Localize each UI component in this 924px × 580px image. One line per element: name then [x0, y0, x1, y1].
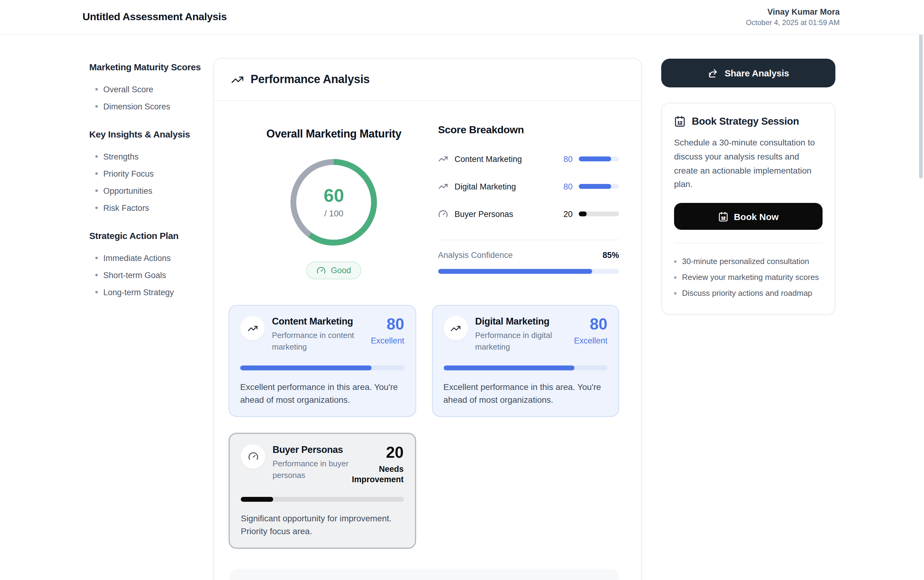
sidebar-item-label: Opportunities [103, 186, 153, 195]
card-description: Excellent performance in this area. You'… [443, 381, 608, 406]
bullet-dot-icon [96, 274, 98, 276]
score-rating-badge: Good [306, 262, 361, 279]
divider [438, 240, 619, 240]
score-rating-label: Good [331, 266, 351, 275]
bullet-dot-icon [674, 276, 677, 279]
breakdown-row-buyer-personas: Buyer Personas 20 [438, 209, 619, 219]
bullet-dot-icon [96, 88, 98, 91]
book-now-button[interactable]: 12 Book Now [674, 203, 823, 230]
breakdown-row-digital-marketing: Digital Marketing 80 [438, 181, 619, 191]
book-strategy-description: Schedule a 30-minute consultation to dis… [674, 136, 823, 191]
confidence-label: Analysis Confidence [438, 250, 513, 260]
breakdown-label: Content Marketing [455, 154, 563, 163]
card-description: Significant opportunity for improvement.… [241, 512, 404, 538]
toc-section-insights: Key Insights & Analysis Strengths Priori… [89, 129, 211, 216]
bullet-dot-icon [674, 292, 677, 295]
sidebar-item-strengths[interactable]: Strengths [89, 148, 211, 165]
overall-score-gauge: 60 / 100 [288, 157, 380, 248]
card-title: Digital Marketing [475, 316, 568, 327]
book-strategy-title: Book Strategy Session [692, 115, 799, 127]
svg-text:12: 12 [677, 120, 682, 125]
breakdown-row-content-marketing: Content Marketing 80 [438, 154, 619, 164]
dimension-card-content-marketing[interactable]: Content Marketing Performance in content… [229, 305, 416, 417]
toc-section-title: Marketing Maturity Scores [89, 61, 211, 73]
breakdown-label: Buyer Personas [455, 209, 563, 219]
overall-score-value: 60 [324, 186, 344, 205]
card-progress-bar [240, 365, 404, 370]
breakdown-label: Digital Marketing [455, 182, 563, 191]
sidebar-item-label: Immediate Actions [103, 253, 171, 262]
breakdown-progress-bar [579, 211, 619, 216]
action-sidebar: Share Analysis 12 Book Strategy Session … [661, 59, 835, 315]
bullet-dot-icon [96, 291, 98, 293]
overall-score-denominator: / 100 [324, 208, 343, 218]
bullet-dot-icon [674, 260, 677, 263]
sidebar-item-priority-focus[interactable]: Priority Focus [89, 165, 211, 182]
sidebar-item-opportunities[interactable]: Opportunities [89, 182, 211, 199]
toc-section-title: Key Insights & Analysis [89, 129, 211, 140]
sidebar-item-dimension-scores[interactable]: Dimension Scores [89, 98, 211, 115]
breakdown-progress-bar [579, 184, 619, 189]
panel-header: Performance Analysis [214, 59, 641, 101]
card-title: Content Marketing [272, 316, 365, 327]
dimension-cards-grid: Content Marketing Performance in content… [229, 305, 619, 549]
share-analysis-button[interactable]: Share Analysis [661, 59, 835, 87]
trending-up-icon [450, 323, 461, 333]
book-strategy-card: 12 Book Strategy Session Schedule a 30-m… [661, 103, 835, 315]
page: Untitled Assessment Analysis Vinay Kumar… [0, 0, 924, 580]
bullet-dot-icon [96, 207, 98, 209]
toc-section-scores: Marketing Maturity Scores Overall Score … [89, 61, 211, 115]
sidebar-item-label: Risk Factors [103, 203, 149, 213]
sidebar-item-label: Short-term Goals [103, 270, 166, 280]
gauge-icon [438, 209, 448, 219]
sidebar-item-label: Dimension Scores [103, 102, 170, 111]
breakdown-value: 80 [563, 154, 573, 163]
report-timestamp: October 4, 2025 at 01:59 AM [746, 18, 840, 27]
card-progress-bar [443, 365, 608, 370]
book-now-label: Book Now [734, 211, 779, 222]
app-header: Untitled Assessment Analysis Vinay Kumar… [0, 0, 924, 35]
overall-maturity-block: Overall Marketing Maturity 60 / 100 [230, 101, 438, 279]
card-icon-circle [240, 316, 265, 340]
bullet-dot-icon [96, 172, 98, 175]
trending-up-icon [247, 323, 258, 333]
trending-up-icon [438, 181, 448, 191]
list-item: Discuss priority actions and roadmap [674, 285, 823, 301]
trending-up-icon [438, 154, 448, 164]
calendar-icon: 12 [718, 211, 728, 222]
card-subtitle: Performance in digital marketing [475, 330, 568, 353]
card-rating: Needs Improvement [349, 464, 404, 485]
card-title: Buyer Personas [273, 444, 349, 455]
page-title: Untitled Assessment Analysis [82, 11, 227, 23]
calendar-icon: 12 [674, 115, 686, 127]
score-breakdown-block: Score Breakdown Content Marketing 80 Dig… [438, 101, 619, 279]
bullet-dot-icon [96, 189, 98, 192]
divider [674, 243, 823, 244]
card-icon-circle [443, 316, 468, 340]
sidebar-item-short-term-goals[interactable]: Short-term Goals [89, 267, 211, 283]
breakdown-progress-bar [579, 157, 619, 161]
card-icon-circle [241, 444, 265, 468]
user-name: Vinay Kumar Mora [746, 7, 840, 16]
sidebar-item-label: Overall Score [103, 85, 153, 94]
sidebar-item-risk-factors[interactable]: Risk Factors [89, 199, 211, 216]
dimension-card-buyer-personas[interactable]: Buyer Personas Performance in buyer pers… [229, 432, 416, 549]
overall-maturity-title: Overall Marketing Maturity [267, 128, 402, 140]
bullet-dot-icon [96, 257, 98, 259]
gauge-icon [248, 451, 258, 461]
card-score: 80 [574, 316, 608, 332]
list-item: Review your marketing maturity scores [674, 269, 823, 285]
gauge-icon [317, 266, 326, 275]
performance-analysis-panel: Performance Analysis Overall Marketing M… [213, 58, 642, 580]
sidebar-item-immediate-actions[interactable]: Immediate Actions [89, 249, 211, 267]
sidebar-item-overall-score[interactable]: Overall Score [89, 81, 211, 98]
dimension-card-digital-marketing[interactable]: Digital Marketing Performance in digital… [432, 305, 619, 417]
card-subtitle: Performance in buyer personas [273, 458, 349, 481]
sidebar-item-label: Priority Focus [103, 169, 154, 178]
toc-sidebar: Marketing Maturity Scores Overall Score … [89, 61, 211, 314]
trending-up-icon [231, 73, 244, 86]
breakdown-value: 80 [563, 182, 573, 191]
breakdown-value: 20 [563, 209, 573, 219]
sidebar-item-long-term-strategy[interactable]: Long-term Strategy [89, 283, 211, 301]
user-info: Vinay Kumar Mora October 4, 2025 at 01:5… [746, 7, 840, 27]
